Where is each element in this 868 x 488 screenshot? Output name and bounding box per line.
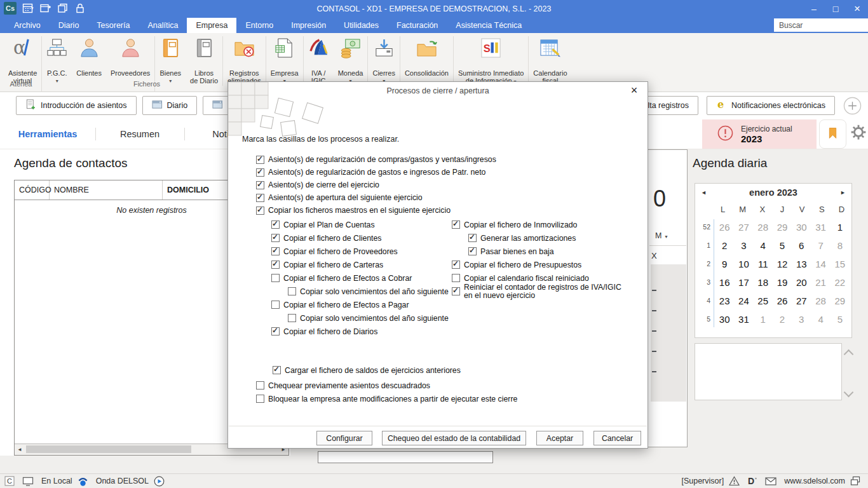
menu-tab[interactable]: Archivo [5, 18, 50, 33]
calendar-day[interactable]: 12 [773, 259, 792, 269]
statusbar-item[interactable] [729, 476, 742, 486]
ribbon-button[interactable]: Consolidación▾ [400, 36, 453, 86]
calendar-day[interactable]: 11 [754, 259, 773, 269]
calendar-day[interactable]: 31 [734, 314, 753, 325]
agenda-notes-box[interactable] [695, 343, 842, 400]
statusbar-item[interactable]: [Supervisor] [681, 477, 724, 485]
menu-tab[interactable]: Asistencia Técnica [447, 18, 531, 33]
add-panel-button[interactable] [843, 97, 862, 115]
menu-tab[interactable]: Facturación [388, 18, 447, 33]
dialog-button[interactable]: Configurar [316, 431, 372, 445]
close-panel-label[interactable]: X [651, 251, 657, 261]
checkbox[interactable] [271, 274, 280, 282]
menu-tab[interactable]: Empresa [187, 18, 236, 33]
checkbox[interactable] [452, 287, 460, 295]
checkbox[interactable] [256, 181, 264, 189]
statusbar-item[interactable] [765, 477, 779, 485]
calendar-day[interactable]: 14 [811, 259, 830, 269]
statusbar-item[interactable] [78, 476, 91, 487]
calendar-prev-icon[interactable]: ◄ [701, 189, 710, 196]
statusbar-item[interactable]: www.sdelsol.com [784, 477, 845, 485]
checkbox[interactable] [288, 314, 296, 322]
checkbox[interactable] [452, 261, 460, 269]
checkbox[interactable] [271, 301, 280, 309]
column-header[interactable]: NOMBRE [50, 180, 163, 200]
quick-button[interactable]: e Notificaciones electrónicas [707, 96, 835, 115]
ribbon-button[interactable]: Proveedores▾ [106, 36, 154, 86]
calendar-day[interactable]: 6 [792, 240, 811, 251]
calendar-day[interactable]: 30 [792, 222, 811, 233]
checkbox[interactable] [273, 366, 281, 374]
checkbox[interactable] [256, 156, 264, 164]
statusbar-item[interactable] [154, 476, 167, 487]
calendar-day[interactable]: 17 [734, 277, 753, 288]
calendar-day[interactable]: 22 [831, 277, 850, 288]
checkbox[interactable] [452, 220, 460, 229]
calendar-day[interactable]: 27 [734, 222, 753, 233]
calendar-day[interactable]: 1 [754, 314, 773, 325]
calendar-day[interactable]: 30 [715, 314, 734, 325]
calendar-day[interactable]: 28 [811, 295, 830, 306]
calendar-day[interactable]: 24 [734, 295, 753, 306]
checkbox[interactable] [271, 247, 280, 255]
checkbox[interactable] [271, 220, 280, 229]
calendar-day[interactable]: 20 [792, 277, 811, 288]
calendar-day[interactable]: 4 [754, 240, 773, 251]
scroll-left-icon[interactable]: ◄ [15, 447, 25, 452]
home-tab[interactable]: Herramientas [0, 119, 95, 149]
statusbar-item[interactable]: Onda DELSOL [96, 477, 149, 485]
dialog-button[interactable]: Cancelar [593, 431, 641, 445]
statusbar-item[interactable] [850, 476, 863, 486]
column-header[interactable]: CÓDIGO [15, 180, 50, 200]
statusbar-item[interactable]: C [4, 476, 17, 486]
statusbar-item[interactable]: D [747, 476, 760, 486]
calendar-day[interactable]: 9 [715, 259, 734, 269]
calendar-day[interactable]: 31 [811, 222, 830, 233]
calendar-day[interactable]: 1 [831, 222, 850, 233]
checkbox[interactable] [271, 234, 280, 242]
checkbox[interactable] [256, 168, 264, 177]
calendar-day[interactable]: 29 [831, 295, 850, 306]
calendar-next-icon[interactable]: ► [837, 189, 846, 196]
checkbox[interactable] [468, 247, 477, 255]
menu-tab[interactable]: Utilidades [335, 18, 388, 33]
menu-tab[interactable]: Impresión [282, 18, 335, 33]
minimize-button[interactable]: – [803, 0, 825, 18]
dialog-button[interactable]: Aceptar [536, 431, 583, 445]
dialog-close-icon[interactable]: × [627, 84, 641, 97]
background-input[interactable] [318, 451, 493, 463]
ribbon-button[interactable]: Calendario fiscal▾ [528, 36, 571, 86]
checkbox[interactable] [256, 207, 264, 215]
calendar-day[interactable]: 5 [831, 314, 850, 325]
calendar-day[interactable]: 28 [754, 222, 773, 233]
scrollbar-thumb[interactable] [26, 445, 191, 453]
menu-tab[interactable]: Diario [50, 18, 88, 33]
menu-tab[interactable]: Entorno [236, 18, 282, 33]
calendar-day[interactable]: 26 [715, 222, 734, 233]
ribbon-button[interactable]: Libros de Diario▾ [186, 36, 222, 86]
scroll-up-icon[interactable] [844, 349, 854, 360]
statusbar-item[interactable]: En Local [41, 477, 72, 485]
bookmark-button[interactable] [819, 119, 846, 149]
ribbon-button[interactable]: α Asistente virtual▾ [4, 36, 41, 86]
checkbox[interactable] [256, 194, 264, 202]
ribbon-button[interactable]: S Suministro Inmediato de Información▾ [453, 36, 528, 86]
checkbox[interactable] [468, 234, 477, 242]
home-tab[interactable]: Resumen [95, 119, 184, 149]
calendar-day[interactable]: 19 [773, 277, 792, 288]
calendar-day[interactable]: 26 [773, 295, 792, 306]
settings-button[interactable] [849, 124, 868, 143]
close-button[interactable]: × [846, 0, 868, 18]
dialog-button[interactable]: Chequeo del estado de la contabilidad [382, 431, 526, 445]
ribbon-button[interactable]: Registros eliminados▾ [222, 36, 266, 86]
calendar-day[interactable]: 4 [811, 314, 830, 325]
ribbon-button[interactable]: IVA / IGIC▾ [303, 36, 334, 86]
maximize-button[interactable]: □ [825, 0, 846, 18]
calendar-day[interactable]: 10 [734, 259, 753, 269]
search-input[interactable] [774, 18, 868, 32]
scroll-down-icon[interactable] [844, 388, 854, 398]
ribbon-button[interactable]: Clientes▾ [72, 36, 106, 86]
calendar-day[interactable]: 23 [715, 295, 734, 306]
menu-tab[interactable]: Tesorería [88, 18, 139, 33]
calendar-day[interactable]: 7 [811, 240, 830, 251]
